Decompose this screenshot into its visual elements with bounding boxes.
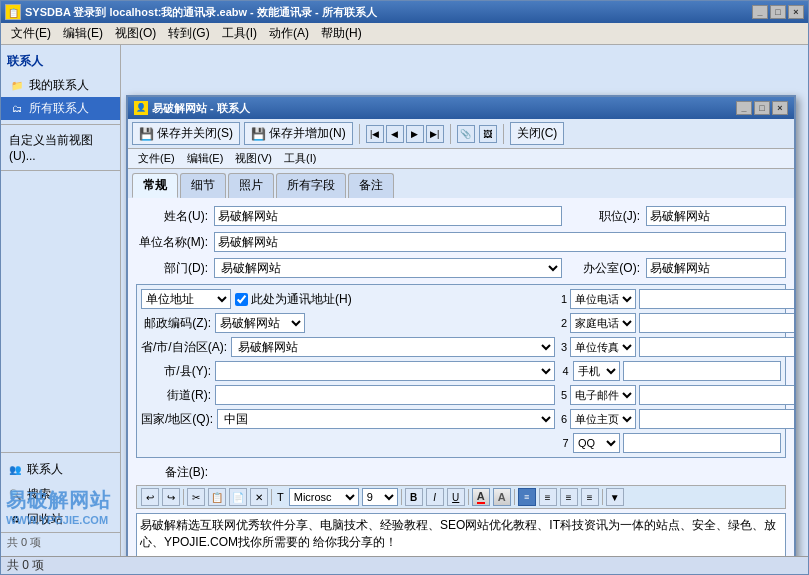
align-right-button[interactable]: ≡ [560,488,578,506]
position-input[interactable] [646,206,786,226]
font-icon: T [275,491,286,503]
sidebar-contacts-section[interactable]: 👥 联系人 [1,457,120,482]
phone-type-2[interactable]: 家庭电话 [570,313,636,333]
phone-input-5[interactable] [639,385,794,405]
outer-title: SYSDBA 登录到 localhost:我的通讯录.eabw - 效能通讯录 … [25,5,752,20]
notes-sep-1 [183,489,184,505]
align-center-button[interactable]: ≡ [539,488,557,506]
inner-maximize-button[interactable]: □ [754,101,770,115]
inner-menu-tools[interactable]: 工具(I) [278,150,322,167]
tab-general[interactable]: 常规 [132,173,178,198]
phone-input-4[interactable] [623,361,781,381]
office-input[interactable] [646,258,786,278]
notes-sep-5 [514,489,515,505]
phone-type-6[interactable]: 单位主页 [570,409,636,429]
inner-menu-edit[interactable]: 编辑(E) [181,150,230,167]
menu-help[interactable]: 帮助(H) [315,23,368,44]
font-color-button[interactable]: A [472,488,490,506]
highlight-button[interactable]: A [493,488,511,506]
menu-edit[interactable]: 编辑(E) [57,23,109,44]
sidebar-my-contacts-label: 我的联系人 [29,77,89,94]
close-label: 关闭(C) [517,125,558,142]
address-type-select[interactable]: 单位地址 家庭地址 其他地址 [141,289,231,309]
undo-button[interactable]: ↩ [141,488,159,506]
inner-minimize-button[interactable]: _ [736,101,752,115]
inner-menu-view[interactable]: 视图(V) [229,150,278,167]
street-input[interactable] [215,385,555,405]
align-left-button[interactable]: ≡ [518,488,536,506]
minimize-button[interactable]: _ [752,5,768,19]
phone-input-7[interactable] [623,433,781,453]
address-type-row: 单位地址 家庭地址 其他地址 此处为通讯地址(H) [141,289,555,309]
align-justify-button[interactable]: ≡ [581,488,599,506]
phone-type-4[interactable]: 手机 [573,361,620,381]
dept-select[interactable]: 易破解网站 [214,258,562,278]
delete-button[interactable]: ✕ [250,488,268,506]
phone-row-2: 2 家庭电话 [561,313,781,333]
save-add-button[interactable]: 💾 保存并增加(N) [244,122,353,145]
phone-type-7[interactable]: QQ [573,433,620,453]
province-select[interactable]: 易破解网站 [231,337,555,357]
company-input[interactable] [214,232,786,252]
sidebar-item-my-contacts[interactable]: 📁 我的联系人 [1,74,120,97]
redo-button[interactable]: ↪ [162,488,180,506]
tab-notes[interactable]: 备注 [348,173,394,198]
position-label: 职位(J): [568,208,640,225]
sidebar-custom-view[interactable]: 自定义当前视图(U)... [1,129,120,166]
phone-type-5[interactable]: 电子邮件 [570,385,636,405]
bold-button[interactable]: B [405,488,423,506]
menu-view[interactable]: 视图(O) [109,23,162,44]
tabs: 常规 细节 照片 所有字段 备注 [128,169,794,198]
name-input[interactable] [214,206,562,226]
sidebar-divider-2 [1,170,120,171]
italic-button[interactable]: I [426,488,444,506]
phone-type-3[interactable]: 单位传真 [570,337,636,357]
photo-button[interactable]: 🖼 [479,125,497,143]
menu-tools[interactable]: 工具(I) [216,23,263,44]
phone-type-1[interactable]: 单位电话 [570,289,636,309]
tab-all-fields[interactable]: 所有字段 [276,173,346,198]
phone-input-6[interactable] [639,409,794,429]
toolbar-nav: |◀ ◀ ▶ ▶| [366,125,444,143]
notes-label: 备注(B): [136,464,208,481]
nav-next-button[interactable]: ▶ [406,125,424,143]
notes-textarea[interactable]: 易破解精选互联网优秀软件分享、电脑技术、经验教程、SEO网站优化教程、IT科技资… [136,513,786,556]
zip-input[interactable]: 易破解网站 [215,313,305,333]
nav-first-button[interactable]: |◀ [366,125,384,143]
paste-button[interactable]: 📄 [229,488,247,506]
menu-file[interactable]: 文件(E) [5,23,57,44]
outer-menubar: 文件(E) 编辑(E) 视图(O) 转到(G) 工具(I) 动作(A) 帮助(H… [1,23,808,45]
inner-close-button[interactable]: × [772,101,788,115]
inner-menu-file[interactable]: 文件(E) [132,150,181,167]
toolbar-sep-1 [359,124,360,144]
country-select[interactable]: 中国 [217,409,555,429]
menu-goto[interactable]: 转到(G) [162,23,215,44]
phone-input-3[interactable] [639,337,794,357]
tab-detail[interactable]: 细节 [180,173,226,198]
save-close-button[interactable]: 💾 保存并关闭(S) [132,122,240,145]
close-button[interactable]: × [788,5,804,19]
city-select[interactable] [215,361,555,381]
nav-last-button[interactable]: ▶| [426,125,444,143]
phone-num-7: 7 [561,437,570,449]
nav-prev-button[interactable]: ◀ [386,125,404,143]
attachment-button[interactable]: 📎 [457,125,475,143]
phone-input-1[interactable] [639,289,794,309]
copy-button[interactable]: 📋 [208,488,226,506]
underline-button[interactable]: U [447,488,465,506]
close-dialog-button[interactable]: 关闭(C) [510,122,565,145]
sidebar-item-all-contacts[interactable]: 🗂 所有联系人 [1,97,120,120]
inner-dialog: 👤 易破解网站 - 联系人 _ □ × 💾 保存并关闭(S) 💾 保存并增加(N… [126,95,796,556]
menu-action[interactable]: 动作(A) [263,23,315,44]
city-label: 市/县(Y): [141,363,211,380]
more-format-button[interactable]: ▼ [606,488,624,506]
phone-input-2[interactable] [639,313,794,333]
sidebar-contacts-section-label: 联系人 [27,461,63,478]
phone-num-4: 4 [561,365,570,377]
font-select[interactable]: Microsc [289,488,359,506]
mailing-checkbox[interactable] [235,293,248,306]
tab-photo[interactable]: 照片 [228,173,274,198]
cut-button[interactable]: ✂ [187,488,205,506]
font-size-select[interactable]: 9 [362,488,398,506]
maximize-button[interactable]: □ [770,5,786,19]
